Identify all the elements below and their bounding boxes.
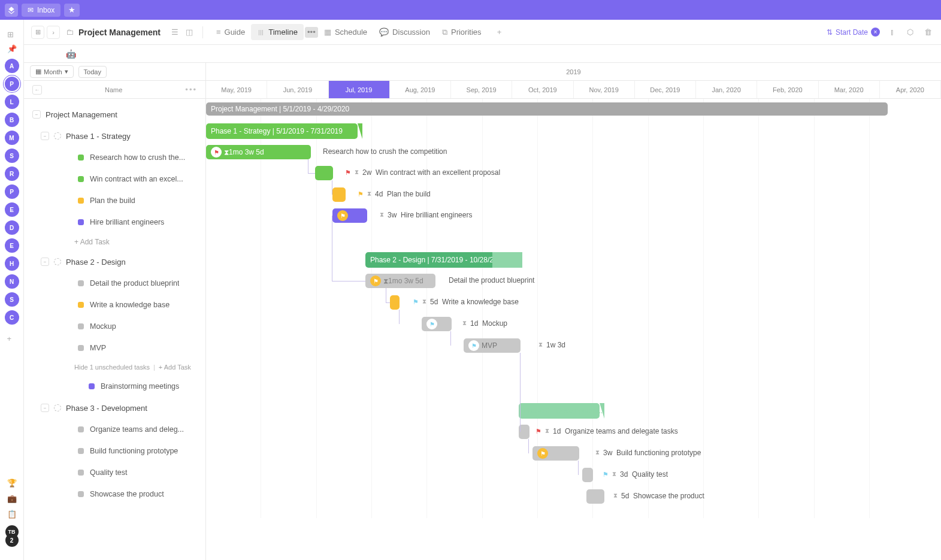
list-icon[interactable]: ☰ [169, 28, 181, 37]
favorite-button[interactable]: ★ [64, 4, 80, 17]
avatar-d[interactable]: D [5, 220, 19, 235]
tree-subtask[interactable]: Brainstorming meetings [24, 376, 205, 397]
settings-icon[interactable]: ⫿ [886, 28, 898, 37]
trophy-icon[interactable]: 🏆 [7, 479, 17, 488]
avatar-m[interactable]: M [5, 131, 19, 145]
tree-task[interactable]: Hire brilliant engineers [24, 211, 205, 233]
gantt-task-bar[interactable] [390, 295, 400, 310]
view-tab-guide[interactable]: ≡Guide [210, 24, 251, 40]
add-task-link[interactable]: + Add Task [24, 233, 205, 251]
tree-group[interactable]: −Phase 2 - Design [24, 251, 205, 273]
avatar-n[interactable]: N [5, 274, 19, 289]
avatar-e[interactable]: E [5, 202, 19, 217]
tree-task[interactable]: MVP [24, 337, 205, 359]
sidebar-more-icon[interactable]: ••• [185, 85, 197, 94]
gantt-chart[interactable]: 2019 May, 2019Jun, 2019Jul, 2019Aug, 201… [206, 63, 941, 560]
view-tab-discussion[interactable]: 💬Discussion [373, 24, 436, 40]
tree-task[interactable]: Write a knowledge base [24, 294, 205, 316]
gantt-task-bar[interactable]: ⚑⧗ 1mo 3w 5d [206, 145, 311, 159]
avatar-b[interactable]: B [5, 113, 19, 127]
expand-icon[interactable]: − [41, 132, 49, 140]
share-icon[interactable]: ⬡ [904, 28, 916, 37]
subbar: 🤖 [24, 45, 941, 63]
trash-icon[interactable]: 🗑 [922, 28, 934, 37]
tree-group[interactable]: −Phase 3 - Development [24, 397, 205, 419]
gantt-phase3-bar[interactable]: Phase 3 - Development... [519, 403, 600, 419]
gantt-task-bar[interactable]: ⚑ [422, 317, 452, 331]
month-header[interactable]: May, 2019 [206, 81, 267, 98]
sort-clear-icon[interactable]: × [871, 28, 880, 37]
expand-icon[interactable]: − [32, 110, 41, 119]
tree-task[interactable]: Organize teams and deleg... [24, 419, 205, 440]
tree-task[interactable]: Detail the product blueprint [24, 273, 205, 294]
inbox-button[interactable]: ✉Inbox [22, 4, 60, 17]
gantt-task-bar[interactable] [332, 187, 346, 202]
avatar-p[interactable]: P [5, 77, 19, 91]
tree-task[interactable]: Research how to crush the... [24, 147, 205, 168]
avatar-a[interactable]: A [5, 59, 19, 73]
briefcase-icon[interactable]: 💼 [7, 494, 17, 504]
avatar-p[interactable]: P [5, 184, 19, 199]
month-header[interactable]: Aug, 2019 [390, 81, 451, 98]
tree-task[interactable]: Mockup [24, 316, 205, 337]
month-header[interactable]: Mar, 2020 [819, 81, 880, 98]
project-title[interactable]: Project Management [78, 28, 161, 37]
gantt-phase2-bar[interactable]: Phase 2 - Design | 7/31/2019 - 10/28/201… [365, 252, 514, 268]
view-tab-priorities[interactable]: ⧉Priorities [436, 24, 488, 41]
avatar-s[interactable]: S [5, 292, 19, 307]
gantt-task-bar[interactable] [315, 166, 333, 180]
tree-task[interactable]: Quality test [24, 462, 205, 483]
gantt-task-bar[interactable] [586, 489, 604, 504]
expand-chevron-icon[interactable]: › [47, 26, 60, 39]
month-header[interactable]: Nov, 2019 [574, 81, 635, 98]
view-tab-timeline[interactable]: ⫼Timeline [251, 24, 304, 40]
today-button[interactable]: Today [78, 66, 107, 78]
gantt-task-bar[interactable]: ⚑⧗ 1mo 3w 5d [365, 274, 435, 288]
gantt-task-bar[interactable]: ⚑MVP [464, 338, 521, 353]
add-view-icon[interactable]: + [494, 28, 506, 37]
avatar-h[interactable]: H [5, 256, 19, 271]
columns-icon[interactable]: ◫ [183, 28, 195, 37]
avatar-s[interactable]: S [5, 149, 19, 163]
month-header[interactable]: Apr, 2020 [880, 81, 941, 98]
view-more-icon[interactable]: ••• [305, 27, 318, 38]
pin-icon[interactable]: 📌 [7, 44, 17, 54]
sort-button[interactable]: ⇅ Start Date × [827, 28, 880, 37]
view-tab-schedule[interactable]: ▦Schedule [318, 24, 373, 40]
month-header[interactable]: Sep, 2019 [451, 81, 512, 98]
tree-group[interactable]: −Phase 1 - Strategy [24, 125, 205, 147]
tree-task[interactable]: Win contract with an excel... [24, 168, 205, 190]
expand-icon[interactable]: − [41, 404, 49, 412]
avatar-l[interactable]: L [5, 95, 19, 109]
tree-task[interactable]: Plan the build [24, 190, 205, 211]
user-badge[interactable]: TB 2 [5, 525, 19, 538]
grid-toggle-icon[interactable]: ⊞ [31, 26, 44, 39]
month-header[interactable]: Dec, 2019 [635, 81, 696, 98]
month-header[interactable]: Jan, 2020 [696, 81, 757, 98]
avatar-c[interactable]: C [5, 310, 19, 325]
add-task-link[interactable]: + Add Task [159, 364, 191, 371]
month-header[interactable]: Jun, 2019 [267, 81, 328, 98]
add-icon[interactable]: + [7, 334, 17, 344]
gantt-task-bar[interactable] [582, 468, 593, 482]
gantt-task-bar[interactable]: ⚑ [532, 446, 579, 461]
scale-selector[interactable]: ▦Month▾ [30, 65, 74, 78]
gantt-phase1-bar[interactable]: Phase 1 - Strategy | 5/1/2019 - 7/31/201… [206, 123, 358, 139]
avatar-e[interactable]: E [5, 238, 19, 253]
month-header[interactable]: Feb, 2020 [757, 81, 818, 98]
clipboard-icon[interactable]: 📋 [7, 510, 17, 519]
tree-task[interactable]: Build functioning prototype [24, 440, 205, 462]
avatar-r[interactable]: R [5, 167, 19, 181]
robot-icon[interactable]: 🤖 [66, 49, 76, 59]
app-logo-icon[interactable] [5, 4, 18, 17]
gantt-task-bar[interactable]: ⚑ [332, 208, 367, 223]
hide-link[interactable]: Hide 1 unscheduled tasks [74, 364, 150, 371]
gantt-root-bar[interactable]: Project Management | 5/1/2019 - 4/29/202… [206, 102, 888, 116]
tree-task[interactable]: Showcase the product [24, 483, 205, 505]
collapse-sidebar-icon[interactable]: ← [32, 85, 42, 95]
tree-root[interactable]: −Project Management [24, 104, 205, 125]
apps-icon[interactable]: ⊞ [7, 30, 17, 40]
expand-icon[interactable]: − [41, 258, 49, 266]
month-header[interactable]: Jul, 2019 [329, 81, 390, 98]
month-header[interactable]: Oct, 2019 [512, 81, 573, 98]
